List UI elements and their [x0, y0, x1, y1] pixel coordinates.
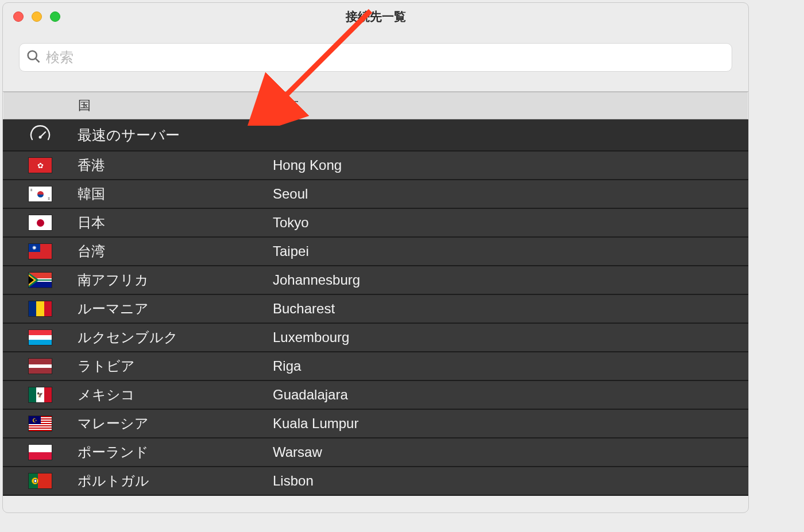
svg-line-3 [40, 132, 45, 137]
server-row[interactable]: ≡≡韓国Seoul [3, 180, 748, 209]
server-row[interactable]: 南アフリカJohannesburg [3, 266, 748, 295]
flag-icon [3, 273, 78, 288]
zoom-button[interactable] [50, 11, 60, 22]
window-title: 接続先一覧 [3, 9, 748, 25]
city-label: Seoul [273, 186, 743, 202]
city-label: Guadalajara [273, 387, 743, 403]
city-label: Hong Kong [273, 157, 743, 173]
city-label: Warsaw [273, 444, 743, 460]
svg-line-1 [36, 59, 39, 62]
flag-icon [3, 359, 78, 374]
country-label: 韓国 [78, 185, 273, 203]
search-icon [25, 48, 41, 67]
table-header: 国 都市 [3, 92, 748, 119]
table-body: 最速のサーバー ✿香港Hong Kong≡≡韓国Seoul日本Tokyo✺台湾T… [3, 119, 748, 496]
flag-icon [3, 445, 78, 460]
country-label: 南アフリカ [78, 271, 273, 289]
header-city[interactable]: 都市 [273, 97, 748, 114]
titlebar: 接続先一覧 [3, 3, 748, 30]
country-label: ルーマニア [78, 300, 273, 318]
flag-icon: 🦅 [3, 387, 78, 402]
flag-icon: ✺ [3, 244, 78, 259]
city-label: Luxembourg [273, 329, 743, 345]
server-row[interactable]: ポルトガルLisbon [3, 467, 748, 496]
flag-icon [3, 215, 78, 230]
country-label: 香港 [78, 156, 273, 174]
server-table: 国 都市 最速のサーバー ✿香港Hong Kong≡≡韓国Seoul日本Toky… [3, 91, 748, 496]
country-label: 台湾 [78, 242, 273, 261]
flag-icon [3, 330, 78, 345]
country-label: 日本 [78, 213, 273, 232]
country-label: ルクセンブルク [78, 328, 273, 347]
server-row[interactable]: ☪マレーシアKuala Lumpur [3, 410, 748, 438]
country-label: ポルトガル [78, 472, 273, 490]
server-row[interactable]: ラトビアRiga [3, 352, 748, 381]
server-row[interactable]: ポーランドWarsaw [3, 438, 748, 467]
server-row[interactable]: ✺台湾Taipei [3, 238, 748, 266]
country-label: ラトビア [78, 357, 273, 375]
city-label: Johannesburg [273, 272, 743, 288]
city-label: Bucharest [273, 301, 743, 317]
search-field[interactable] [19, 43, 732, 72]
server-row[interactable]: ルクセンブルクLuxembourg [3, 324, 748, 352]
city-label: Kuala Lumpur [273, 415, 743, 432]
city-label: Tokyo [273, 215, 743, 231]
search-input[interactable] [46, 49, 726, 65]
server-row[interactable]: ✿香港Hong Kong [3, 152, 748, 180]
traffic-lights [13, 11, 60, 22]
flag-icon: ☪ [3, 416, 78, 431]
server-row[interactable]: ルーマニアBucharest [3, 295, 748, 324]
app-window: 接続先一覧 国 都市 [2, 2, 749, 513]
svg-point-0 [28, 51, 37, 60]
flag-icon [3, 473, 78, 488]
minimize-button[interactable] [32, 11, 42, 22]
city-label: Riga [273, 358, 743, 374]
header-country[interactable]: 国 [78, 97, 273, 114]
search-region [3, 30, 748, 91]
flag-icon: ✿ [3, 158, 78, 173]
city-label: Taipei [273, 243, 743, 259]
flag-icon [3, 301, 78, 316]
country-label: メキシコ [78, 386, 273, 404]
fastest-label: 最速のサーバー [78, 126, 273, 145]
speedometer-icon [3, 123, 78, 146]
country-label: ポーランド [78, 443, 273, 461]
server-row[interactable]: 日本Tokyo [3, 209, 748, 238]
city-label: Lisbon [273, 473, 743, 489]
fastest-server-row[interactable]: 最速のサーバー [3, 119, 748, 152]
close-button[interactable] [13, 11, 24, 22]
flag-icon: ≡≡ [3, 187, 78, 201]
country-label: マレーシア [78, 414, 273, 433]
server-row[interactable]: 🦅メキシコGuadalajara [3, 381, 748, 410]
